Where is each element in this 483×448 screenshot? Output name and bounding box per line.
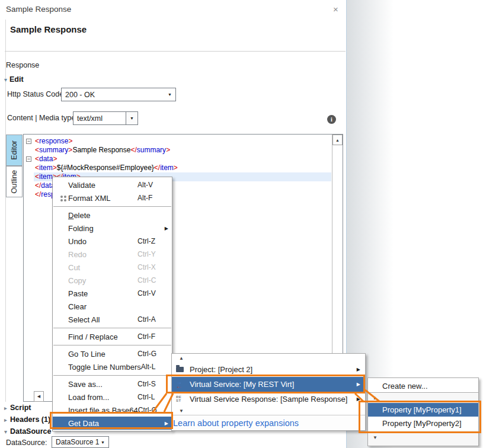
menu-item-virtual-service-response-sample-response[interactable]: RESTVirtual Service Response: [Sample Re… <box>172 392 365 407</box>
section-toggle-script[interactable]: ▸Script <box>4 404 31 412</box>
datasource-field-label: DataSource: <box>6 439 47 447</box>
transfer-arrows-icon: →← <box>176 380 190 388</box>
menu-item-get-data[interactable]: Get Data▶ <box>53 417 172 430</box>
menu-item-load-from[interactable]: Load from...Ctrl-L <box>53 391 172 404</box>
xml-segment: > <box>166 146 170 154</box>
menu-item-find-replace[interactable]: Find / ReplaceCtrl-F <box>53 330 172 343</box>
edit-section-toggle[interactable]: ▾ Edit <box>4 75 24 84</box>
xml-segment: < <box>35 137 39 145</box>
menu-item-delete[interactable]: Delete <box>53 209 172 222</box>
menu-item-redo[interactable]: RedoCtrl-Y <box>53 248 172 261</box>
menu-item-project-project-2[interactable]: Project: [Project 2]▶ <box>172 363 365 377</box>
picker-rows: Project: [Project 2]▶→←Virtual Service: … <box>172 363 365 407</box>
xml-segment: response <box>39 137 68 145</box>
menu-item-folding[interactable]: Folding▶ <box>53 222 172 235</box>
menu-item-label: Copy <box>68 276 137 285</box>
fold-toggle-icon[interactable]: − <box>26 156 31 162</box>
menu-item-cut[interactable]: CutCtrl-X <box>53 261 172 274</box>
xml-segment: < <box>35 146 39 154</box>
http-status-value: 200 - OK <box>65 91 95 99</box>
scroll-up-button[interactable]: ▲ <box>332 135 343 145</box>
xml-line[interactable]: <summary>Sample Response</summary> <box>34 146 331 155</box>
xml-segment: summary <box>39 146 68 154</box>
folder-icon <box>176 367 190 372</box>
menu-item-save-as[interactable]: Save as...Ctrl-S <box>53 377 172 391</box>
chevron-down-icon: ▾ <box>4 428 7 435</box>
scroll-left-button[interactable]: ◀ <box>34 391 44 402</box>
menu-item-undo[interactable]: UndoCtrl-Z <box>53 235 172 248</box>
menu-shortcut: Alt-F <box>137 194 164 202</box>
dropdown-arrow-icon: ▼ <box>168 92 175 97</box>
scroll-up-icon: ▲ <box>335 138 340 142</box>
xml-segment: </ <box>154 164 160 172</box>
info-icon[interactable]: i <box>327 115 336 124</box>
close-icon[interactable]: × <box>333 4 338 14</box>
xml-line[interactable]: <response> <box>34 137 331 146</box>
chevron-down-icon: ▾ <box>4 76 7 83</box>
xml-segment: > <box>53 155 57 163</box>
menu-shortcut: Ctrl-X <box>137 263 164 271</box>
menu-item-clear[interactable]: Clear <box>53 300 172 313</box>
tab-editor[interactable]: Editor <box>6 135 23 166</box>
dropdown-arrow-icon: ▼ <box>130 116 134 120</box>
xml-line[interactable]: <data> <box>34 155 331 164</box>
scroll-up-row[interactable]: ▲ <box>368 393 478 402</box>
xml-segment: item <box>39 164 53 172</box>
menu-item-label: Get Data <box>68 419 164 428</box>
dropdown-arrow-button[interactable]: ▼ <box>126 112 137 124</box>
learn-link[interactable]: Learn about property expansions <box>172 415 365 430</box>
menu-item-create-new[interactable]: Create new... <box>368 380 478 392</box>
xml-segment: < <box>35 172 39 181</box>
tab-outline[interactable]: Outline <box>6 166 23 197</box>
screen: { "window": { "title": "Sample Response"… <box>0 0 483 448</box>
xml-segment: > <box>53 164 57 172</box>
xml-segment: </ <box>130 146 136 154</box>
menu-item-paste[interactable]: PasteCtrl-V <box>53 287 172 300</box>
menu-item-label: Redo <box>68 250 137 259</box>
menu-item-toggle-line-numbers[interactable]: Toggle Line NumbersAlt-L <box>53 360 172 373</box>
scroll-down-row[interactable]: ▼ <box>368 430 478 446</box>
submenu-arrow-icon: ▶ <box>165 226 168 231</box>
section-label: DataSource <box>10 427 51 436</box>
tab-outline-label: Outline <box>10 170 18 194</box>
menu-item-label: Cut <box>68 263 137 272</box>
menu-item-format-xml[interactable]: Format XMLAlt-F <box>53 191 172 204</box>
menu-item-label: Property [MyProperty2] <box>382 419 462 428</box>
dropdown-arrow-icon: ▼ <box>101 440 108 444</box>
property-submenu: Create new... ▲ Property [MyProperty1]Pr… <box>367 377 479 446</box>
scroll-down-icon: ▼ <box>179 408 184 414</box>
section-toggle-datasource[interactable]: ▾DataSource <box>4 427 52 436</box>
http-status-select[interactable]: 200 - OK ▼ <box>61 88 176 101</box>
xml-segment: > <box>174 164 178 172</box>
menu-shortcut: Ctrl-G <box>137 350 164 358</box>
section-label: Headers (1) <box>10 415 50 424</box>
datasource-select[interactable]: DataSource 1 ▼ <box>52 436 109 448</box>
xml-segment: < <box>35 155 39 163</box>
menu-item-virtual-service-my-rest-virt[interactable]: →←Virtual Service: [My REST Virt]▶ <box>172 377 365 392</box>
section-toggle-headers-1[interactable]: ▸Headers (1) <box>4 415 50 424</box>
menu-item-property-myproperty1[interactable]: Property [MyProperty1] <box>368 403 478 417</box>
stage: Sample Response × Sample Response Respon… <box>0 0 483 448</box>
edit-section-label: Edit <box>9 75 24 84</box>
xml-segment: item <box>39 172 53 181</box>
menu-item-label: Validate <box>68 181 137 190</box>
scroll-up-row[interactable]: ▲ <box>172 354 365 363</box>
xml-segment: data <box>39 155 53 163</box>
xml-line[interactable]: <item>${#MockResponse#Employee}</item> <box>34 164 331 172</box>
menu-shortcut: Ctrl-Z <box>137 237 164 245</box>
menu-item-property-myproperty2[interactable]: Property [MyProperty2] <box>368 417 478 430</box>
menu-item-copy[interactable]: CopyCtrl-C <box>53 274 172 287</box>
media-type-select[interactable]: text/xml ▼ <box>73 111 138 125</box>
menu-item-label: Delete <box>68 211 164 220</box>
menu-item-label: Project: [Project 2] <box>190 365 252 374</box>
menu-item-select-all[interactable]: Select AllCtrl-A <box>53 313 172 326</box>
menu-separator <box>53 326 172 330</box>
menu-item-validate[interactable]: ValidateAlt-V <box>53 178 172 191</box>
menu-item-go-to-line[interactable]: Go To LineCtrl-G <box>53 347 172 360</box>
fold-toggle-icon[interactable]: − <box>26 139 31 144</box>
scroll-down-row[interactable]: ▼ <box>172 407 365 415</box>
xml-segment: summary <box>137 146 166 154</box>
xml-segment: </ <box>35 181 41 190</box>
tab-editor-label: Editor <box>10 140 18 160</box>
menu-item-insert-file-as-base64[interactable]: Insert file as Base64Ctrl-G <box>53 404 172 417</box>
